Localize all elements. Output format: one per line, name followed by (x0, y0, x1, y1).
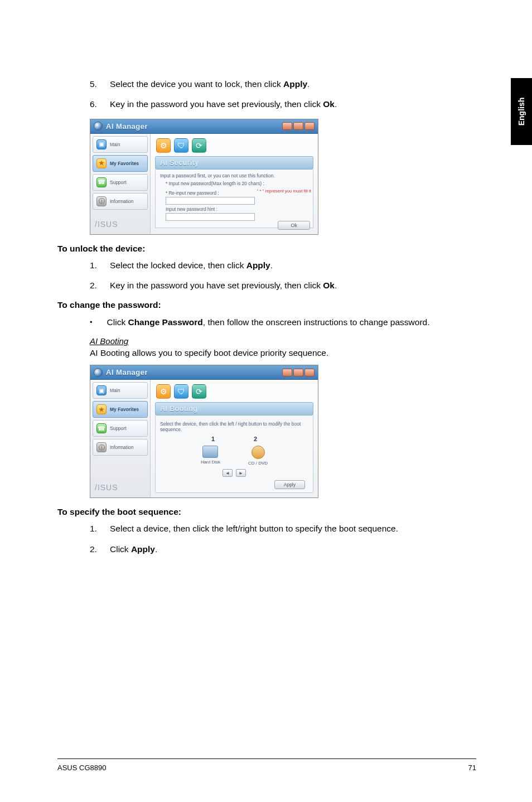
harddisk-icon (202, 446, 218, 458)
col-2: 2 (254, 436, 257, 442)
content-panel: ⚙ 🛡 ⟳ AI Booting Select the device, then… (151, 380, 318, 497)
step-text: Select the device you want to lock, then… (110, 78, 309, 90)
footer-divider (57, 758, 476, 759)
star-icon: ★ (96, 158, 107, 168)
change-heading: To change the password: (57, 300, 476, 310)
step-6: 6. Key in the password you have set prev… (90, 98, 476, 110)
col-1: 1 (211, 436, 215, 442)
boot-heading: To specify the boot sequence: (57, 507, 476, 517)
sidebar-item-information[interactable]: ⓘInformation (93, 193, 148, 210)
device-cddvd[interactable]: CD / DVD (248, 446, 268, 466)
step-number: 6. (90, 98, 98, 110)
panel-title: AI Booting (155, 402, 313, 416)
info-icon: ⓘ (96, 196, 107, 206)
footer-page-number: 71 (468, 764, 476, 772)
move-left-button[interactable]: ◄ (223, 469, 233, 477)
required-note: " * " represent you must fill it (257, 189, 311, 194)
ai-booting-desc: AI Booting allows you to specify boot de… (90, 348, 476, 358)
info-icon: ⓘ (96, 442, 107, 452)
minimize-icon[interactable] (282, 122, 292, 130)
boot-step-2: 2. Click Apply. (90, 543, 476, 555)
app-logo-icon (94, 368, 103, 377)
footer-left: ASUS CG8890 (57, 764, 106, 772)
close-icon[interactable] (304, 369, 315, 376)
sidebar-item-favorites[interactable]: ★My Favorites (93, 155, 148, 172)
maximize-icon[interactable] (293, 122, 303, 130)
reinput-password-input[interactable] (166, 197, 255, 205)
sidebar-item-information[interactable]: ⓘInformation (93, 439, 148, 456)
cd-icon (252, 446, 265, 459)
step-text: Key in the password you have set previou… (110, 98, 337, 110)
unlock-steps: 1. Select the locked device, then click … (57, 259, 476, 292)
unlock-step-1: 1. Select the locked device, then click … (90, 259, 476, 272)
unlock-heading: To unlock the device: (57, 244, 476, 254)
boot-columns: 1 2 (160, 436, 308, 442)
unlock-step-2: 2. Key in the password you have set prev… (90, 279, 476, 292)
hint-sub: * Input new password(Max length is 20 ch… (160, 181, 308, 186)
titlebar[interactable]: AI Manager (90, 119, 318, 134)
panel-body: Select the device, then click the left /… (155, 416, 313, 493)
apply-button[interactable]: Apply (274, 480, 305, 489)
tool-icon-3[interactable]: ⟳ (192, 138, 206, 153)
support-icon: ☎ (96, 423, 107, 433)
support-icon: ☎ (96, 177, 107, 187)
device-harddisk[interactable]: Hard Disk (201, 446, 220, 466)
hint-text: Input a password first, or you can not u… (160, 173, 308, 178)
arrow-buttons: ◄ ► (160, 469, 308, 477)
tool-icon-1[interactable]: ⚙ (156, 384, 171, 399)
boot-devices: Hard Disk CD / DVD (160, 446, 308, 466)
sidebar-item-support[interactable]: ☎Support (93, 420, 148, 437)
sidebar-item-main[interactable]: ▣Main (93, 136, 148, 153)
ai-booting-subheading: AI Booting (90, 336, 476, 346)
brand-footer: /ISUS (93, 477, 148, 495)
boot-steps: 1. Select a device, then click the left/… (57, 523, 476, 555)
ai-manager-window-security: AI Manager ▣Main ★My Favorites ☎Support … (90, 119, 318, 235)
ai-manager-window-booting: AI Manager ▣Main ★My Favorites ☎Support … (90, 365, 318, 498)
bullet-icon: • (90, 316, 93, 328)
sidebar-item-favorites[interactable]: ★My Favorites (93, 401, 148, 418)
tool-icon-2[interactable]: 🛡 (174, 138, 188, 153)
sidebar-item-main[interactable]: ▣Main (93, 382, 148, 399)
panel-body: Input a password first, or you can not u… (155, 170, 313, 228)
panel-title: AI Security (155, 156, 313, 170)
hint-label: Input new password hint : (166, 207, 308, 212)
step-5: 5. Select the device you want to lock, t… (90, 78, 476, 90)
step-number: 5. (90, 78, 98, 90)
boot-desc: Select the device, then click the left /… (160, 421, 308, 432)
home-icon: ▣ (96, 139, 107, 149)
sidebar-item-support[interactable]: ☎Support (93, 174, 148, 191)
app-title: AI Manager (106, 368, 148, 376)
password-hint-input[interactable] (166, 213, 255, 221)
content-panel: ⚙ 🛡 ⟳ AI Security Input a password first… (151, 134, 318, 234)
app-logo-icon (94, 122, 103, 131)
tool-icon-3[interactable]: ⟳ (192, 384, 206, 399)
boot-step-1: 1. Select a device, then click the left/… (90, 523, 476, 535)
brand-footer: /ISUS (93, 214, 148, 232)
ok-button[interactable]: Ok (278, 221, 310, 230)
maximize-icon[interactable] (293, 369, 303, 376)
toolbar: ⚙ 🛡 ⟳ (155, 383, 313, 402)
steps-top: 5. Select the device you want to lock, t… (57, 78, 476, 111)
page-footer: ASUS CG8890 71 (0, 758, 532, 772)
tool-icon-1[interactable]: ⚙ (156, 138, 171, 153)
home-icon: ▣ (96, 385, 107, 395)
toolbar: ⚙ 🛡 ⟳ (155, 137, 313, 156)
star-icon: ★ (96, 404, 107, 414)
sidebar: ▣Main ★My Favorites ☎Support ⓘInformatio… (90, 134, 151, 234)
move-right-button[interactable]: ► (236, 469, 246, 477)
minimize-icon[interactable] (282, 369, 292, 376)
close-icon[interactable] (304, 122, 315, 130)
sidebar: ▣Main ★My Favorites ☎Support ⓘInformatio… (90, 380, 151, 497)
tool-icon-2[interactable]: 🛡 (174, 384, 188, 399)
app-title: AI Manager (106, 122, 148, 131)
titlebar[interactable]: AI Manager (90, 365, 318, 380)
change-bullet: • Click Change Password, then follow the… (57, 316, 476, 328)
